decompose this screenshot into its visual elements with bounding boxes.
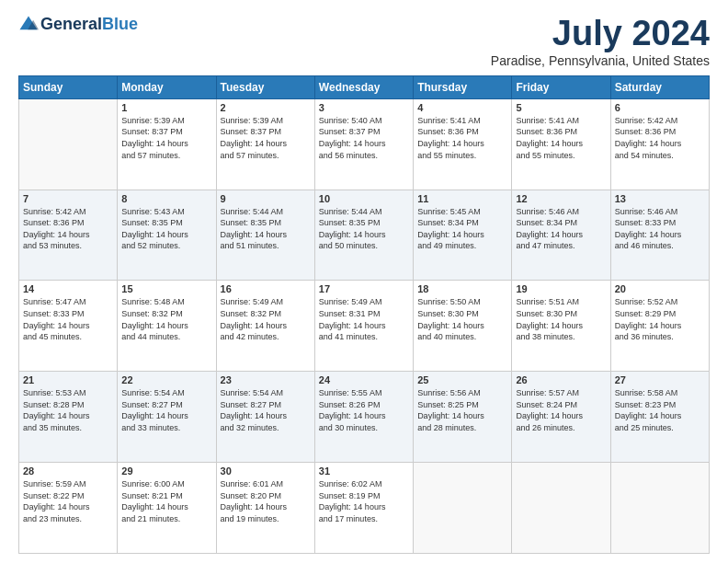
calendar-cell: 28Sunrise: 5:59 AM Sunset: 8:22 PM Dayli…: [19, 463, 118, 554]
logo: GeneralBlue: [18, 15, 138, 35]
calendar-cell: 10Sunrise: 5:44 AM Sunset: 8:35 PM Dayli…: [314, 190, 413, 281]
calendar-cell: 4Sunrise: 5:41 AM Sunset: 8:36 PM Daylig…: [414, 98, 512, 190]
day-info: Sunrise: 5:59 AM Sunset: 8:22 PM Dayligh…: [23, 478, 113, 524]
calendar-cell: 18Sunrise: 5:50 AM Sunset: 8:30 PM Dayli…: [414, 281, 512, 372]
calendar-cell: 20Sunrise: 5:52 AM Sunset: 8:29 PM Dayli…: [610, 281, 709, 372]
month-title: July 2024: [491, 15, 710, 53]
day-number: 14: [23, 283, 113, 294]
day-info: Sunrise: 5:51 AM Sunset: 8:30 PM Dayligh…: [516, 296, 606, 342]
day-number: 31: [319, 465, 409, 477]
day-info: Sunrise: 6:02 AM Sunset: 8:19 PM Dayligh…: [319, 478, 409, 524]
calendar-cell: [610, 463, 709, 554]
calendar-cell: 24Sunrise: 5:55 AM Sunset: 8:26 PM Dayli…: [314, 372, 413, 463]
calendar-cell: 16Sunrise: 5:49 AM Sunset: 8:32 PM Dayli…: [216, 281, 314, 372]
day-header-saturday: Saturday: [610, 75, 709, 98]
day-info: Sunrise: 5:42 AM Sunset: 8:36 PM Dayligh…: [615, 115, 705, 161]
day-info: Sunrise: 5:48 AM Sunset: 8:32 PM Dayligh…: [121, 296, 211, 342]
calendar-cell: [512, 463, 610, 554]
calendar-cell: 6Sunrise: 5:42 AM Sunset: 8:36 PM Daylig…: [610, 98, 709, 190]
day-number: 18: [417, 283, 507, 294]
day-number: 23: [221, 374, 311, 385]
day-number: 22: [121, 374, 211, 385]
logo-blue: Blue: [102, 15, 138, 33]
day-number: 27: [615, 374, 705, 385]
day-header-monday: Monday: [118, 75, 216, 98]
header: GeneralBlue July 2024 Paradise, Pennsylv…: [18, 15, 710, 68]
calendar-cell: 9Sunrise: 5:44 AM Sunset: 8:35 PM Daylig…: [216, 190, 314, 281]
day-number: 20: [615, 283, 705, 294]
day-info: Sunrise: 5:46 AM Sunset: 8:34 PM Dayligh…: [516, 206, 606, 252]
calendar-cell: 12Sunrise: 5:46 AM Sunset: 8:34 PM Dayli…: [512, 190, 610, 281]
day-info: Sunrise: 5:43 AM Sunset: 8:35 PM Dayligh…: [121, 206, 211, 252]
calendar-cell: 17Sunrise: 5:49 AM Sunset: 8:31 PM Dayli…: [314, 281, 413, 372]
day-header-thursday: Thursday: [414, 75, 512, 98]
day-number: 4: [417, 102, 507, 113]
day-number: 16: [221, 283, 311, 294]
calendar-week-3: 14Sunrise: 5:47 AM Sunset: 8:33 PM Dayli…: [19, 281, 710, 372]
day-info: Sunrise: 5:40 AM Sunset: 8:37 PM Dayligh…: [319, 115, 409, 161]
day-number: 13: [615, 193, 705, 204]
day-info: Sunrise: 6:01 AM Sunset: 8:20 PM Dayligh…: [221, 478, 311, 524]
day-info: Sunrise: 5:52 AM Sunset: 8:29 PM Dayligh…: [615, 296, 705, 342]
day-info: Sunrise: 5:41 AM Sunset: 8:36 PM Dayligh…: [417, 115, 507, 161]
day-info: Sunrise: 5:44 AM Sunset: 8:35 PM Dayligh…: [319, 206, 409, 252]
calendar-week-5: 28Sunrise: 5:59 AM Sunset: 8:22 PM Dayli…: [19, 463, 710, 554]
title-area: July 2024 Paradise, Pennsylvania, United…: [491, 15, 710, 68]
calendar-table: SundayMondayTuesdayWednesdayThursdayFrid…: [18, 75, 710, 554]
day-info: Sunrise: 5:44 AM Sunset: 8:35 PM Dayligh…: [221, 206, 311, 252]
day-number: 15: [121, 283, 211, 294]
logo-text: GeneralBlue: [40, 16, 138, 34]
day-info: Sunrise: 5:39 AM Sunset: 8:37 PM Dayligh…: [221, 115, 311, 161]
calendar-cell: 29Sunrise: 6:00 AM Sunset: 8:21 PM Dayli…: [118, 463, 216, 554]
day-number: 1: [121, 102, 211, 113]
calendar-week-1: 1Sunrise: 5:39 AM Sunset: 8:37 PM Daylig…: [19, 98, 710, 190]
day-number: 21: [23, 374, 113, 385]
day-number: 25: [417, 374, 507, 385]
day-number: 28: [23, 465, 113, 477]
day-info: Sunrise: 5:54 AM Sunset: 8:27 PM Dayligh…: [221, 387, 311, 433]
calendar-cell: 11Sunrise: 5:45 AM Sunset: 8:34 PM Dayli…: [414, 190, 512, 281]
calendar-header-row: SundayMondayTuesdayWednesdayThursdayFrid…: [19, 75, 710, 98]
day-info: Sunrise: 5:45 AM Sunset: 8:34 PM Dayligh…: [417, 206, 507, 252]
day-info: Sunrise: 5:55 AM Sunset: 8:26 PM Dayligh…: [319, 387, 409, 433]
day-info: Sunrise: 5:49 AM Sunset: 8:32 PM Dayligh…: [221, 296, 311, 342]
calendar-cell: 5Sunrise: 5:41 AM Sunset: 8:36 PM Daylig…: [512, 98, 610, 190]
day-number: 12: [516, 193, 606, 204]
day-number: 8: [121, 193, 211, 204]
calendar-week-4: 21Sunrise: 5:53 AM Sunset: 8:28 PM Dayli…: [19, 372, 710, 463]
day-number: 2: [221, 102, 311, 113]
calendar-cell: 2Sunrise: 5:39 AM Sunset: 8:37 PM Daylig…: [216, 98, 314, 190]
calendar-cell: 13Sunrise: 5:46 AM Sunset: 8:33 PM Dayli…: [610, 190, 709, 281]
day-info: Sunrise: 5:46 AM Sunset: 8:33 PM Dayligh…: [615, 206, 705, 252]
location: Paradise, Pennsylvania, United States: [491, 53, 710, 68]
day-header-tuesday: Tuesday: [216, 75, 314, 98]
calendar-week-2: 7Sunrise: 5:42 AM Sunset: 8:36 PM Daylig…: [19, 190, 710, 281]
calendar-cell: 25Sunrise: 5:56 AM Sunset: 8:25 PM Dayli…: [414, 372, 512, 463]
day-info: Sunrise: 5:47 AM Sunset: 8:33 PM Dayligh…: [23, 296, 113, 342]
day-info: Sunrise: 5:56 AM Sunset: 8:25 PM Dayligh…: [417, 387, 507, 433]
day-info: Sunrise: 5:39 AM Sunset: 8:37 PM Dayligh…: [121, 115, 211, 161]
day-number: 30: [221, 465, 311, 477]
calendar-cell: 3Sunrise: 5:40 AM Sunset: 8:37 PM Daylig…: [314, 98, 413, 190]
day-number: 7: [23, 193, 113, 204]
day-info: Sunrise: 5:42 AM Sunset: 8:36 PM Dayligh…: [23, 206, 113, 252]
day-number: 5: [516, 102, 606, 113]
calendar-cell: 26Sunrise: 5:57 AM Sunset: 8:24 PM Dayli…: [512, 372, 610, 463]
day-info: Sunrise: 5:50 AM Sunset: 8:30 PM Dayligh…: [417, 296, 507, 342]
day-number: 10: [319, 193, 409, 204]
day-header-friday: Friday: [512, 75, 610, 98]
calendar-cell: 21Sunrise: 5:53 AM Sunset: 8:28 PM Dayli…: [19, 372, 118, 463]
calendar-cell: 15Sunrise: 5:48 AM Sunset: 8:32 PM Dayli…: [118, 281, 216, 372]
calendar-cell: 27Sunrise: 5:58 AM Sunset: 8:23 PM Dayli…: [610, 372, 709, 463]
day-number: 11: [417, 193, 507, 204]
day-number: 26: [516, 374, 606, 385]
calendar-cell: 22Sunrise: 5:54 AM Sunset: 8:27 PM Dayli…: [118, 372, 216, 463]
day-number: 9: [221, 193, 311, 204]
day-info: Sunrise: 5:57 AM Sunset: 8:24 PM Dayligh…: [516, 387, 606, 433]
page: GeneralBlue July 2024 Paradise, Pennsylv…: [0, 0, 728, 563]
logo-general: General: [40, 15, 102, 33]
calendar-cell: [414, 463, 512, 554]
calendar-cell: 8Sunrise: 5:43 AM Sunset: 8:35 PM Daylig…: [118, 190, 216, 281]
calendar-cell: 30Sunrise: 6:01 AM Sunset: 8:20 PM Dayli…: [216, 463, 314, 554]
day-info: Sunrise: 5:53 AM Sunset: 8:28 PM Dayligh…: [23, 387, 113, 433]
